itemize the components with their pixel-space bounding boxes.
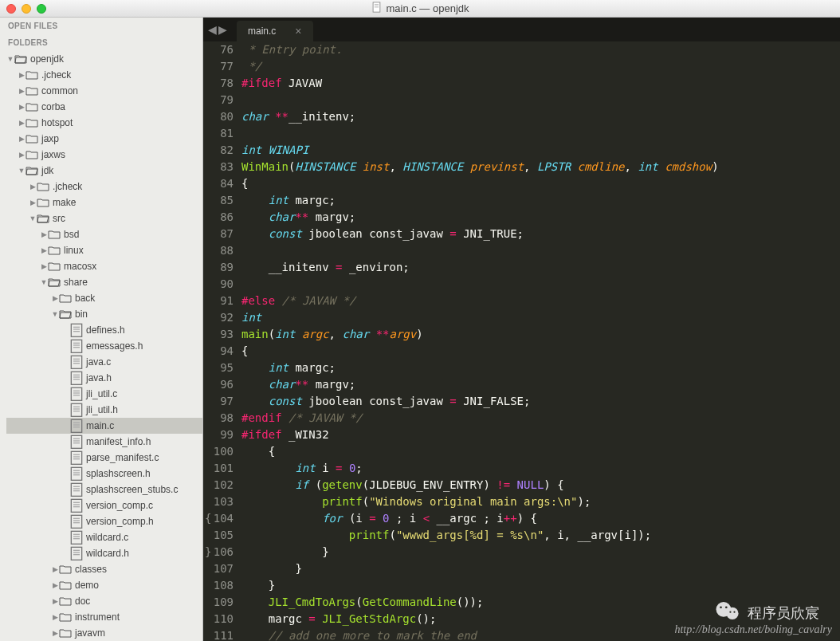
folder-item[interactable]: ▶make (6, 195, 202, 210)
file-icon (70, 483, 83, 496)
folder-item[interactable]: ▶instrument (6, 609, 202, 625)
chevron-right-icon[interactable]: ▶ (40, 230, 48, 238)
code-line: for (i = 0 ; i < __argc ; i++) { (241, 510, 840, 527)
chevron-down-icon[interactable]: ▼ (40, 278, 48, 286)
folder-item[interactable]: ▼share (6, 274, 202, 290)
svg-rect-60 (71, 547, 81, 560)
chevron-right-icon[interactable]: ▶ (18, 103, 26, 111)
svg-rect-32 (71, 435, 81, 448)
folder-item[interactable]: ▶javavm (6, 625, 202, 641)
chevron-right-icon[interactable]: ▶ (40, 246, 48, 254)
line-number: 109 (203, 594, 234, 611)
file-icon (70, 451, 83, 464)
close-tab-icon[interactable]: × (295, 25, 301, 37)
file-item[interactable]: splashscreen.h (6, 466, 202, 482)
svg-rect-20 (71, 387, 81, 400)
tab-main-c[interactable]: main.c × (237, 21, 313, 41)
chevron-down-icon[interactable]: ▼ (6, 55, 14, 63)
svg-rect-44 (71, 483, 81, 496)
file-item[interactable]: java.h (6, 370, 202, 386)
file-item[interactable]: parse_manifest.c (6, 450, 202, 466)
chevron-right-icon[interactable]: ▶ (51, 629, 59, 637)
file-item[interactable]: version_comp.c (6, 497, 202, 513)
svg-point-69 (733, 612, 735, 613)
chevron-right-icon[interactable]: ▶ (51, 613, 59, 621)
file-item[interactable]: manifest_info.h (6, 434, 202, 450)
file-item[interactable]: wildcard.c (6, 529, 202, 545)
tree-item-label: java.c (86, 356, 111, 368)
code-line: printf("Windows original main args:\n"); (241, 494, 840, 510)
zoom-window-button[interactable] (37, 4, 46, 14)
chevron-right-icon[interactable]: ▶ (51, 294, 59, 302)
chevron-right-icon[interactable]: ▶ (51, 581, 59, 589)
folder-item[interactable]: ▶.jcheck (6, 179, 202, 195)
folder-item[interactable]: ▶hotspot (6, 115, 202, 131)
tree-item-label: hotspot (41, 117, 73, 128)
file-item[interactable]: java.c (6, 354, 202, 370)
file-item[interactable]: wildcard.h (6, 545, 202, 561)
line-number: 104 (203, 510, 234, 527)
folder-item[interactable]: ▼src (6, 210, 202, 226)
tree-item-label: defines.h (86, 324, 125, 336)
chevron-right-icon[interactable]: ▶ (40, 262, 48, 270)
file-item[interactable]: jli_util.h (6, 402, 202, 418)
folder-item[interactable]: ▶jaxp (6, 131, 202, 147)
chevron-right-icon[interactable]: ▶ (18, 87, 26, 95)
file-item[interactable]: version_comp.h (6, 513, 202, 529)
chevron-right-icon[interactable]: ▶ (18, 135, 26, 143)
chevron-down-icon[interactable]: ▼ (18, 167, 26, 175)
minimize-window-button[interactable] (22, 4, 31, 14)
folder-item[interactable]: ▶demo (6, 577, 202, 593)
folder-icon (37, 180, 49, 193)
folder-item[interactable]: ▼openjdk (6, 51, 202, 67)
folder-item[interactable]: ▶.jcheck (6, 67, 202, 83)
close-window-button[interactable] (6, 4, 16, 14)
code-line: int margc; (241, 192, 840, 209)
chevron-right-icon[interactable]: ▶ (18, 71, 26, 79)
chevron-down-icon[interactable]: ▼ (29, 214, 37, 222)
folder-item[interactable]: ▶bsd (6, 226, 202, 242)
folder-open-icon (26, 164, 38, 177)
folder-item[interactable]: ▶corba (6, 99, 202, 115)
chevron-right-icon[interactable]: ▶ (29, 183, 37, 191)
file-item[interactable]: defines.h (6, 322, 202, 338)
file-item[interactable]: splashscreen_stubs.c (6, 482, 202, 497)
tree-item-label: jdk (41, 165, 53, 176)
nav-forward-icon[interactable]: ▶ (218, 23, 227, 36)
folder-icon (26, 132, 38, 145)
nav-back-icon[interactable]: ◀ (208, 23, 217, 36)
sidebar: OPEN FILES FOLDERS ▼openjdk▶.jcheck▶comm… (0, 18, 203, 641)
file-item[interactable]: emessages.h (6, 338, 202, 354)
folder-item[interactable]: ▶back (6, 290, 202, 306)
chevron-right-icon[interactable]: ▶ (29, 199, 37, 206)
file-item[interactable]: jli_util.c (6, 386, 202, 402)
folder-item[interactable]: ▼bin (6, 306, 202, 322)
code-line: WinMain(HINSTANCE inst, HINSTANCE previn… (241, 159, 840, 175)
file-item[interactable]: main.c (6, 418, 202, 434)
folder-item[interactable]: ▶classes (6, 561, 202, 577)
folder-item[interactable]: ▶macosx (6, 258, 202, 274)
folder-item[interactable]: ▶doc (6, 593, 202, 609)
folder-item[interactable]: ▶common (6, 83, 202, 99)
chevron-right-icon[interactable]: ▶ (51, 597, 59, 605)
chevron-right-icon[interactable]: ▶ (18, 151, 26, 159)
line-number: 108 (203, 577, 234, 594)
tree-item-label: main.c (86, 420, 114, 431)
chevron-down-icon[interactable]: ▼ (51, 310, 59, 318)
line-number: 86 (203, 209, 234, 226)
tree-item-label: version_comp.h (86, 516, 154, 527)
svg-rect-24 (71, 403, 81, 416)
svg-rect-40 (71, 467, 81, 480)
code-editor[interactable]: 7677787980818283848586878889909192939495… (203, 41, 840, 641)
chevron-right-icon[interactable]: ▶ (51, 565, 59, 573)
window-title: main.c — openjdk (371, 2, 469, 15)
code-line (241, 276, 840, 293)
chevron-right-icon[interactable]: ▶ (18, 119, 26, 127)
svg-rect-36 (71, 451, 81, 464)
folder-item[interactable]: ▶linux (6, 242, 202, 258)
svg-point-67 (725, 606, 728, 608)
svg-point-65 (726, 608, 738, 619)
tree-item-label: bin (75, 309, 88, 320)
folder-item[interactable]: ▼jdk (6, 163, 202, 179)
folder-item[interactable]: ▶jaxws (6, 147, 202, 163)
